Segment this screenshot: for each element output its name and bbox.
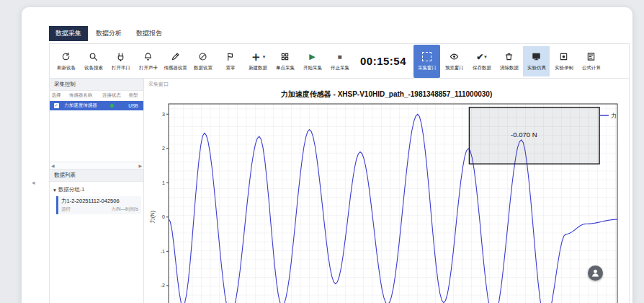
selection-value-label: -0.070 N: [511, 131, 537, 139]
stop-icon: ■: [337, 51, 341, 63]
quill-icon: [225, 51, 235, 63]
calc-icon: [586, 51, 596, 63]
chevron-down-icon: ▾: [53, 187, 56, 193]
sensor-settings-button[interactable]: 传感器设置: [162, 46, 189, 76]
dropdown-caret-icon[interactable]: ▾: [484, 54, 487, 60]
sensor-table: 选择 传感器名称 连接状态 类型 ✓ 力加速度传感器 USB: [50, 91, 143, 162]
collect-timer: 00:15:54: [360, 55, 406, 67]
experiment-record-button[interactable]: 实验录制: [550, 46, 577, 76]
waveform-chart: 3210-1-2力(N)-0.070 N力: [147, 100, 622, 303]
set-zero-button[interactable]: 置零: [217, 46, 243, 76]
chart-title: 力加速度传感器 - XHSP-V10HID_path_-1981348857_1…: [147, 89, 626, 100]
app-window: 数据采集数据分析数据报告 刷新设备设备搜索打开串口打开声卡传感器设置数据设置置零…: [22, 7, 632, 303]
eye-icon: [450, 51, 459, 63]
tab-data-collect[interactable]: 数据采集: [49, 26, 88, 41]
scroll-right-icon[interactable]: ▶: [138, 163, 142, 168]
sensor-row[interactable]: ✓ 力加速度传感器 USB: [50, 101, 143, 110]
refresh-device-button[interactable]: 刷新设备: [53, 46, 79, 76]
svg-text:3: 3: [162, 112, 165, 117]
serial-icon: [116, 51, 125, 63]
col-type: 类型: [125, 92, 142, 99]
clear-data-button[interactable]: 清除数据: [496, 46, 522, 76]
horizontal-scrollbar[interactable]: ◀ ▶: [50, 162, 143, 170]
sidebar-collapse-icon[interactable]: ◂: [32, 179, 35, 186]
monitor-icon: [532, 51, 541, 63]
pencil-icon: [171, 51, 180, 63]
check-icon: ✔▾: [476, 51, 487, 63]
workspace-frame: 刷新设备设备搜索打开串口打开声卡传感器设置数据设置置零＋▾新建数据单点采集▶开始…: [49, 43, 630, 303]
stop-collect-button[interactable]: ■停止采集: [326, 46, 353, 76]
data-list-panel: ▾ 数据分组-1 力1-2-20251112-042506 运行 力/N—时间/…: [50, 182, 143, 303]
dashed-icon: [422, 51, 431, 63]
person-icon: [591, 268, 600, 278]
record-icon: [559, 51, 568, 63]
preview-window-button[interactable]: 预览窗口: [441, 46, 468, 76]
data-record-axes: 力/N—时间/s: [111, 206, 138, 213]
open-sound-button[interactable]: 打开声卡: [135, 46, 161, 76]
start-collect-button[interactable]: ▶开始采集: [299, 46, 326, 76]
svg-text:-1: -1: [161, 249, 165, 254]
toolbar: 刷新设备设备搜索打开串口打开声卡传感器设置数据设置置零＋▾新建数据单点采集▶开始…: [50, 44, 629, 79]
data-group-row[interactable]: ▾ 数据分组-1: [52, 185, 141, 195]
save-data-button[interactable]: ✔▾保存数据: [468, 46, 495, 76]
dropdown-caret-icon[interactable]: ▾: [263, 54, 266, 60]
data-record-state: 运行: [61, 206, 71, 213]
search-icon: [89, 51, 98, 63]
user-avatar-button[interactable]: [588, 265, 603, 281]
svg-text:-2: -2: [161, 283, 165, 288]
sensor-table-header: 选择 传感器名称 连接状态 类型: [50, 91, 143, 101]
slash-icon: [198, 51, 207, 63]
col-status: 连接状态: [99, 92, 125, 99]
sensor-checkbox[interactable]: ✓: [54, 103, 59, 108]
svg-text:1: 1: [162, 180, 165, 185]
formula-calc-button[interactable]: 公式计算: [578, 46, 604, 76]
experiment-sim-button[interactable]: 实验仿真: [523, 46, 550, 76]
main-tabbar: 数据采集数据分析数据报告: [22, 7, 632, 41]
refresh-icon: [61, 51, 71, 63]
main-panel: 采集窗口 力加速度传感器 - XHSP-V10HID_path_-1981348…: [144, 79, 629, 303]
trash-icon: [504, 51, 514, 63]
data-record-name: 力1-2-20251112-042506: [61, 198, 138, 205]
svg-text:2: 2: [162, 146, 165, 151]
sample-plan-button[interactable]: 单点采集: [272, 46, 298, 76]
col-select: 选择: [50, 92, 63, 99]
content-area: 采集控制 选择 传感器名称 连接状态 类型 ✓ 力加速度传感器 USB: [50, 79, 629, 303]
data-record-item[interactable]: 力1-2-20251112-042506 运行 力/N—时间/s: [56, 196, 141, 214]
bell-icon: [143, 51, 153, 63]
tab-data-analysis[interactable]: 数据分析: [89, 26, 128, 41]
play-icon: ▶: [309, 51, 315, 63]
tab-data-report[interactable]: 数据报告: [130, 26, 169, 41]
data-group-label: 数据分组-1: [58, 186, 85, 193]
svg-text:0: 0: [162, 214, 165, 219]
open-serial-button[interactable]: 打开串口: [107, 46, 134, 76]
collect-window-button[interactable]: 采集窗口: [413, 45, 440, 78]
panel-label: 采集窗口: [144, 79, 629, 89]
status-dot: [110, 104, 114, 107]
svg-text:力(N): 力(N): [149, 210, 156, 223]
new-data-button[interactable]: ＋▾新建数据: [244, 46, 271, 76]
sensor-type: USB: [125, 103, 142, 108]
data-list-header: 数据列表: [50, 170, 143, 182]
collect-control-header: 采集控制: [50, 79, 143, 91]
legend-label: 力: [611, 113, 617, 119]
scroll-left-icon[interactable]: ◀: [51, 163, 55, 168]
device-search-button[interactable]: 设备搜索: [80, 46, 107, 76]
chart-container: 力加速度传感器 - XHSP-V10HID_path_-1981348857_1…: [144, 89, 629, 303]
plus-icon: ＋▾: [250, 51, 266, 63]
grid-icon: [280, 51, 290, 63]
data-settings-button[interactable]: 数据设置: [189, 46, 216, 76]
sidebar: 采集控制 选择 传感器名称 连接状态 类型 ✓ 力加速度传感器 USB: [50, 79, 144, 303]
col-sensor-name: 传感器名称: [63, 92, 99, 99]
sensor-name: 力加速度传感器: [63, 102, 99, 109]
